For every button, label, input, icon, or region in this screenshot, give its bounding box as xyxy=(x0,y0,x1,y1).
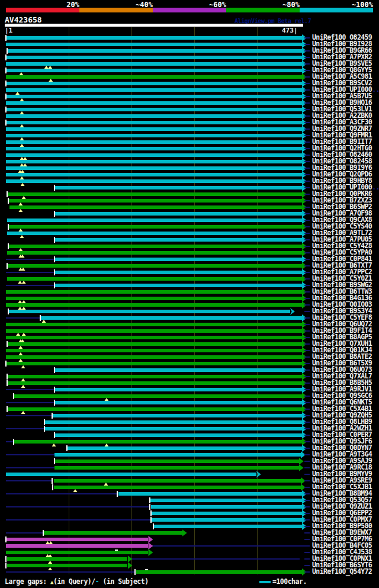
label-connector-dash xyxy=(304,142,310,143)
alignment-bar[interactable] xyxy=(6,336,302,339)
alignment-bar[interactable] xyxy=(7,381,302,385)
alignment-bar[interactable] xyxy=(54,284,302,287)
label-connector-dash xyxy=(304,356,310,358)
alignment-bar[interactable] xyxy=(6,349,302,352)
alignment-bar[interactable] xyxy=(153,525,302,528)
alignment-bar[interactable] xyxy=(54,238,302,242)
alignment-bar[interactable] xyxy=(6,323,302,326)
alignment-bar[interactable] xyxy=(54,466,299,470)
alignment-bar[interactable] xyxy=(6,303,302,307)
alignment-bar[interactable] xyxy=(6,43,302,46)
alignment-bar[interactable] xyxy=(151,512,302,515)
alignment-start-tick xyxy=(43,530,44,536)
alignment-bar[interactable] xyxy=(6,69,302,72)
alignment-bar[interactable] xyxy=(9,205,302,209)
alignment-bar[interactable] xyxy=(44,420,302,424)
gap-legend: Large gaps: ▲(in Query)/- (in Subject) xyxy=(5,577,149,586)
alignment-bar[interactable] xyxy=(54,212,302,216)
alignment-bar[interactable] xyxy=(52,414,302,417)
alignment-bar[interactable] xyxy=(8,245,302,248)
alignment-bar[interactable] xyxy=(6,329,302,333)
alignment-bar[interactable] xyxy=(40,316,302,320)
label-connector-dash xyxy=(304,44,310,45)
alignment-bar[interactable] xyxy=(54,433,302,437)
alignment-bar[interactable] xyxy=(44,531,182,535)
alignment-bar[interactable] xyxy=(7,251,302,255)
alignment-bar[interactable] xyxy=(6,153,302,157)
alignment-bar[interactable] xyxy=(6,173,302,176)
alignment-bar[interactable] xyxy=(151,505,302,509)
alignment-bar[interactable] xyxy=(6,121,302,124)
alignment-bar[interactable] xyxy=(7,342,302,346)
alignment-bar[interactable] xyxy=(6,147,302,150)
alignment-bar[interactable] xyxy=(152,518,302,522)
alignment-bar[interactable] xyxy=(6,95,302,98)
alignment-bar[interactable] xyxy=(6,127,302,131)
hit-label[interactable]: UniRef100_Q54Y72 xyxy=(312,568,372,575)
alignment-bar[interactable] xyxy=(54,486,301,489)
label-connector-dash xyxy=(304,76,310,78)
alignment-bar[interactable] xyxy=(6,140,302,144)
alignment-bar[interactable] xyxy=(6,108,302,111)
alignment-bar[interactable] xyxy=(54,401,302,404)
alignment-bar[interactable] xyxy=(7,277,302,281)
alignment-bar[interactable] xyxy=(6,473,256,476)
alignment-bar[interactable] xyxy=(14,440,302,444)
label-connector-dash xyxy=(304,63,310,65)
label-connector-dash xyxy=(304,135,310,136)
alignment-start-tick xyxy=(52,484,53,490)
alignment-bar[interactable] xyxy=(6,355,302,359)
alignment-bar[interactable] xyxy=(150,499,302,502)
alignment-bar[interactable] xyxy=(6,82,302,85)
alignment-bar[interactable] xyxy=(6,134,302,137)
alignment-bar[interactable] xyxy=(54,479,301,483)
alignment-bar[interactable] xyxy=(7,407,302,411)
alignment-bar[interactable] xyxy=(6,179,302,183)
alignment-bar[interactable] xyxy=(6,62,302,66)
alignment-start-tick xyxy=(52,478,53,484)
alignment-bar[interactable] xyxy=(8,225,302,229)
alignment-bar[interactable] xyxy=(6,36,302,40)
alignment-bar[interactable] xyxy=(54,186,302,189)
pre-alignment-line xyxy=(6,506,150,507)
alignment-bar[interactable] xyxy=(6,166,302,170)
alignment-bar[interactable] xyxy=(44,427,302,430)
label-connector-dash xyxy=(304,383,310,384)
alignment-bar[interactable] xyxy=(136,570,302,574)
alignment-bar[interactable] xyxy=(6,551,148,554)
alignment-bar[interactable] xyxy=(54,271,302,274)
alignment-bar[interactable] xyxy=(6,114,302,118)
alignment-bar[interactable] xyxy=(7,232,302,235)
alignment-bar[interactable] xyxy=(6,297,302,300)
alignment-bar[interactable] xyxy=(7,564,127,567)
alignment-bar[interactable] xyxy=(7,192,302,196)
alignment-bar[interactable] xyxy=(6,160,302,163)
alignment-bar[interactable] xyxy=(7,219,302,222)
alignment-bar[interactable] xyxy=(7,264,302,268)
alignment-bar[interactable] xyxy=(54,453,301,457)
alignment-bar[interactable] xyxy=(14,394,302,398)
alignment-bar[interactable] xyxy=(118,492,302,496)
label-connector-dash xyxy=(304,102,310,104)
alignment-bar[interactable] xyxy=(54,258,302,261)
alignment-bar[interactable] xyxy=(8,199,302,203)
alignment-bar[interactable] xyxy=(6,290,302,294)
alignment-bar[interactable] xyxy=(54,460,299,463)
query-gap-triangle-icon xyxy=(22,281,26,284)
alignment-bar[interactable] xyxy=(6,75,302,79)
alignment-bar[interactable] xyxy=(6,88,302,92)
alignment-bar[interactable] xyxy=(6,101,302,105)
alignment-bar[interactable] xyxy=(6,538,148,541)
alignment-bar[interactable] xyxy=(6,362,302,365)
label-connector-dash xyxy=(304,226,310,227)
alignment-bar[interactable] xyxy=(6,544,148,548)
alignment-bar[interactable] xyxy=(54,368,302,372)
alignment-bar[interactable] xyxy=(67,446,302,450)
alignment-bar[interactable] xyxy=(7,375,302,378)
alignment-bar[interactable] xyxy=(54,388,302,391)
alignment-bar[interactable] xyxy=(6,56,302,59)
alignment-bar[interactable] xyxy=(7,49,302,53)
label-connector-dash xyxy=(304,115,310,117)
alignment-bar[interactable] xyxy=(8,310,290,313)
alignment-bar[interactable] xyxy=(7,557,127,561)
